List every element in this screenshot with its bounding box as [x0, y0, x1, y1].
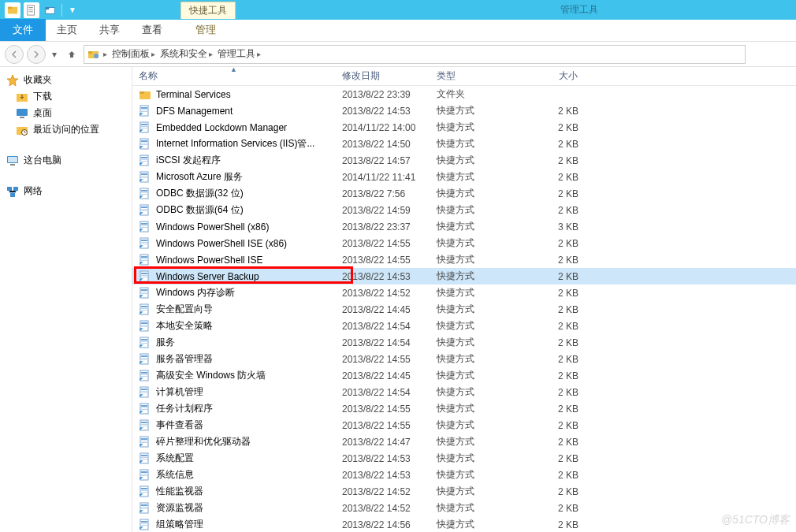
address-bar[interactable]: ▸ 控制面板▸ 系统和安全▸ 管理工具▸: [84, 45, 746, 64]
crumb-control-panel[interactable]: 控制面板▸: [110, 47, 157, 61]
file-date: 2013/8/22 14:52: [336, 288, 430, 299]
list-item[interactable]: 任务计划程序2013/8/22 14:55快捷方式2 KB: [132, 400, 796, 417]
column-type[interactable]: 类型: [430, 67, 522, 85]
file-date: 2013/8/22 14:53: [336, 470, 430, 481]
crumb-root[interactable]: ▸: [102, 50, 109, 58]
tab-view[interactable]: 查看: [131, 19, 173, 41]
file-name: 事件查看器: [156, 419, 203, 432]
list-item[interactable]: 本地安全策略2013/8/22 14:54快捷方式2 KB: [132, 318, 796, 334]
file-date: 2013/8/22 23:39: [336, 89, 430, 100]
file-size: 2 KB: [522, 255, 585, 266]
file-name: 本地安全策略: [156, 319, 213, 333]
svg-rect-48: [141, 194, 147, 195]
shortcut-icon: [139, 171, 151, 184]
svg-rect-63: [141, 259, 147, 259]
file-type: 快捷方式: [430, 137, 522, 151]
sidebar-favorites[interactable]: 收藏夹: [0, 72, 132, 88]
file-type: 快捷方式: [430, 452, 522, 465]
up-button[interactable]: [63, 46, 80, 63]
crumb-admin-tools[interactable]: 管理工具▸: [216, 47, 262, 61]
list-item[interactable]: 系统信息2013/8/22 14:53快捷方式2 KB: [132, 467, 796, 483]
list-item[interactable]: Windows Server Backup2013/8/22 14:53快捷方式…: [132, 268, 796, 285]
list-item[interactable]: Windows PowerShell ISE (x86)2013/8/22 14…: [132, 235, 796, 251]
file-type: 快捷方式: [430, 170, 522, 184]
svg-rect-107: [141, 441, 147, 441]
column-name[interactable]: ▲ 名称: [132, 67, 336, 85]
file-date: 2013/8/22 14:53: [336, 106, 430, 117]
list-item[interactable]: 性能监视器2013/8/22 14:52快捷方式2 KB: [132, 483, 796, 500]
tab-manage[interactable]: 管理: [184, 19, 227, 41]
column-date[interactable]: 修改日期: [336, 67, 430, 85]
back-button[interactable]: [5, 45, 24, 64]
list-item[interactable]: 服务器管理器2013/8/22 14:55快捷方式2 KB: [132, 351, 796, 367]
list-item[interactable]: DFS Management2013/8/22 14:53快捷方式2 KB: [132, 102, 796, 119]
list-item[interactable]: 事件查看器2013/8/22 14:55快捷方式2 KB: [132, 417, 796, 433]
svg-rect-66: [141, 273, 147, 274]
file-type: 快捷方式: [430, 468, 522, 482]
list-item[interactable]: 系统配置2013/8/22 14:53快捷方式2 KB: [132, 450, 796, 467]
list-item[interactable]: 高级安全 Windows 防火墙2013/8/22 14:45快捷方式2 KB: [132, 367, 796, 384]
list-item[interactable]: ODBC 数据源(64 位)2013/8/22 14:59快捷方式2 KB: [132, 202, 796, 218]
column-size[interactable]: 大小: [522, 67, 585, 85]
svg-rect-55: [141, 225, 147, 226]
list-item[interactable]: Terminal Services2013/8/22 23:39文件夹: [132, 86, 796, 102]
svg-rect-18: [8, 157, 17, 162]
file-size: 2 KB: [522, 106, 585, 117]
file-size: 2 KB: [522, 205, 585, 216]
svg-rect-13: [17, 109, 28, 116]
file-name: ODBC 数据源(64 位): [156, 203, 244, 217]
list-item[interactable]: 碎片整理和优化驱动器2013/8/22 14:47快捷方式2 KB: [132, 433, 796, 450]
svg-rect-38: [141, 157, 147, 158]
sidebar-network[interactable]: 网络: [0, 183, 132, 199]
shortcut-icon: [139, 353, 151, 366]
crumb-system-security[interactable]: 系统和安全▸: [158, 47, 214, 61]
file-date: 2013/8/22 14:52: [336, 503, 430, 514]
svg-rect-50: [141, 206, 147, 208]
file-tab[interactable]: 文件: [0, 19, 46, 41]
file-name: 资源监视器: [156, 501, 203, 515]
file-size: 2 KB: [522, 420, 585, 431]
sidebar-this-pc[interactable]: 这台电脑: [0, 152, 132, 169]
file-date: 2013/8/22 14:45: [336, 370, 430, 381]
svg-rect-51: [141, 209, 147, 210]
list-item[interactable]: 服务2013/8/22 14:54快捷方式2 KB: [132, 334, 796, 351]
shortcut-icon: [139, 337, 151, 349]
file-name: Windows 内存诊断: [156, 286, 235, 299]
column-headers: ▲ 名称 修改日期 类型 大小: [132, 67, 796, 86]
svg-rect-39: [141, 159, 147, 160]
list-item[interactable]: Windows PowerShell ISE2013/8/22 14:55快捷方…: [132, 251, 796, 268]
list-item[interactable]: ODBC 数据源(32 位)2013/8/22 7:56快捷方式2 KB: [132, 185, 796, 202]
list-item[interactable]: iSCSI 发起程序2013/8/22 14:57快捷方式2 KB: [132, 152, 796, 169]
file-size: 2 KB: [522, 519, 585, 530]
history-dropdown-icon[interactable]: ▾: [49, 49, 60, 60]
list-item[interactable]: Embedded Lockdown Manager2014/11/22 14:0…: [132, 119, 796, 136]
shortcut-icon: [139, 221, 151, 233]
file-size: 3 KB: [522, 221, 585, 233]
shortcut-icon: [139, 469, 151, 482]
list-item[interactable]: 计算机管理2013/8/22 14:54快捷方式2 KB: [132, 384, 796, 400]
file-name: Internet Information Services (IIS)管...: [156, 137, 314, 151]
list-item[interactable]: 安全配置向导2013/8/22 14:45快捷方式2 KB: [132, 301, 796, 318]
file-type: 快捷方式: [430, 270, 522, 283]
chevron-right-icon: ▸: [257, 50, 261, 58]
list-item[interactable]: 组策略管理2013/8/22 14:56快捷方式2 KB: [132, 516, 796, 532]
list-item[interactable]: 资源监视器2013/8/22 14:52快捷方式2 KB: [132, 500, 796, 516]
file-date: 2014/11/22 14:00: [336, 122, 430, 133]
list-item[interactable]: Windows 内存诊断2013/8/22 14:52快捷方式2 KB: [132, 285, 796, 301]
sidebar-item-recent[interactable]: 最近访问的位置: [0, 121, 132, 138]
list-item[interactable]: Microsoft Azure 服务2014/11/22 11:41快捷方式2 …: [132, 169, 796, 185]
tab-share[interactable]: 共享: [88, 19, 131, 41]
svg-marker-11: [7, 75, 18, 86]
tab-home[interactable]: 主页: [46, 19, 88, 41]
svg-rect-71: [141, 292, 147, 292]
sidebar-item-label: 收藏夹: [24, 73, 52, 87]
list-item[interactable]: Windows PowerShell (x86)2013/8/22 23:37快…: [132, 218, 796, 235]
forward-button[interactable]: [27, 45, 46, 64]
file-name: 服务器管理器: [156, 352, 213, 366]
svg-rect-78: [141, 322, 147, 324]
sidebar-item-downloads[interactable]: 下载: [0, 88, 132, 105]
sidebar-item-desktop[interactable]: 桌面: [0, 105, 132, 121]
list-item[interactable]: Internet Information Services (IIS)管...2…: [132, 136, 796, 152]
file-date: 2013/8/22 23:37: [336, 221, 430, 233]
svg-rect-103: [141, 424, 147, 425]
